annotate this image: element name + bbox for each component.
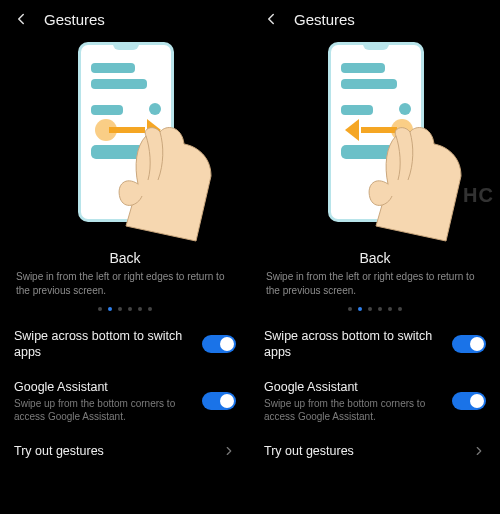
gesture-illustration — [0, 34, 250, 246]
tutorial-description: Swipe in from the left or right edges to… — [250, 266, 500, 297]
setting-google-assistant[interactable]: Google Assistant Swipe up from the botto… — [0, 370, 250, 432]
tutorial-title: Back — [0, 250, 250, 266]
toggle-swipe-bottom[interactable] — [452, 335, 486, 353]
setting-try-gestures[interactable]: Try out gestures — [0, 432, 250, 470]
tutorial-description: Swipe in from the left or right edges to… — [0, 266, 250, 297]
setting-try-gestures[interactable]: Try out gestures — [250, 432, 500, 470]
back-icon[interactable] — [12, 10, 30, 28]
gesture-illustration: HC — [250, 34, 500, 246]
setting-sublabel: Swipe up from the bottom corners to acce… — [264, 397, 442, 423]
toggle-google-assistant[interactable] — [452, 392, 486, 410]
setting-label: Google Assistant — [14, 379, 192, 395]
back-icon[interactable] — [262, 10, 280, 28]
tutorial-title: Back — [250, 250, 500, 266]
page-indicator — [0, 297, 250, 319]
page-indicator — [250, 297, 500, 319]
page-title: Gestures — [44, 11, 105, 28]
toggle-swipe-bottom[interactable] — [202, 335, 236, 353]
gestures-screen-right: Gestures HC — [250, 0, 500, 514]
setting-google-assistant[interactable]: Google Assistant Swipe up from the botto… — [250, 370, 500, 432]
chevron-right-icon — [222, 444, 236, 458]
hand-icon — [86, 106, 226, 246]
setting-sublabel: Swipe up from the bottom corners to acce… — [14, 397, 192, 423]
hand-icon — [336, 106, 476, 246]
header: Gestures — [250, 0, 500, 34]
setting-swipe-bottom[interactable]: Swipe across bottom to switch apps — [0, 319, 250, 370]
setting-label: Swipe across bottom to switch apps — [14, 328, 192, 361]
setting-label: Swipe across bottom to switch apps — [264, 328, 442, 361]
header: Gestures — [0, 0, 250, 34]
toggle-google-assistant[interactable] — [202, 392, 236, 410]
gestures-screen-left: Gestures — [0, 0, 250, 514]
setting-label: Try out gestures — [264, 443, 462, 459]
setting-swipe-bottom[interactable]: Swipe across bottom to switch apps — [250, 319, 500, 370]
setting-label: Google Assistant — [264, 379, 442, 395]
chevron-right-icon — [472, 444, 486, 458]
page-title: Gestures — [294, 11, 355, 28]
setting-label: Try out gestures — [14, 443, 212, 459]
